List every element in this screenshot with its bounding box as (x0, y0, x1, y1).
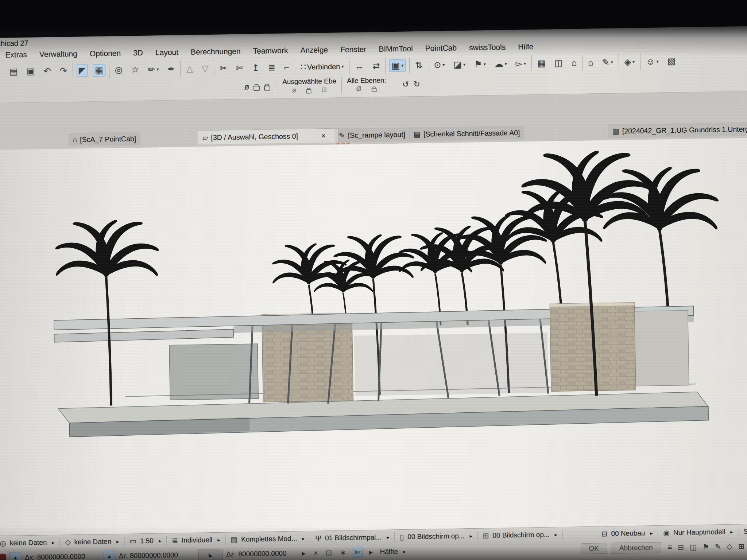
parameter-inject-icon[interactable]: ✒ (166, 63, 177, 75)
minus-box-icon[interactable]: ⊟ (678, 543, 684, 552)
show-hide-eye-icon[interactable]: ø (244, 82, 249, 92)
menu-extras[interactable]: Extras (5, 50, 27, 59)
dropdown-caret-icon[interactable]: ▾ (463, 62, 465, 67)
flyout-arrow-icon[interactable]: ▸ (650, 530, 653, 536)
redo-icon[interactable]: ↷ (58, 65, 69, 77)
dropdown-caret-icon[interactable]: ▾ (611, 60, 613, 65)
menu-bimmtool[interactable]: BIMmTool (379, 44, 413, 53)
statusbar-item-6[interactable]: Ψ01 Bildschirmpal...▸ (315, 533, 389, 542)
hatch-icon[interactable]: ≡ (668, 543, 672, 552)
flyout-arrow-icon[interactable]: ▸ (470, 533, 472, 539)
tab-3[interactable]: ✎[Sc_rampe layout] (334, 127, 410, 142)
x-axis-button[interactable]: ▲ (9, 552, 21, 560)
arrow-tool-icon[interactable]: ◤ (77, 64, 88, 77)
dimension-icon[interactable]: ↔ (353, 60, 365, 72)
menu-swisstools[interactable]: swissTools (469, 43, 506, 52)
cloud-icon[interactable]: ☁▾ (492, 58, 509, 70)
cancel-button[interactable]: Abbrechen (611, 542, 661, 554)
menu-verwaltung[interactable]: Verwaltung (39, 50, 77, 59)
marquee-tool-icon[interactable]: ▦ (93, 64, 105, 77)
tab-4[interactable]: ▤[Schenkel Schnitt/Fassade A0] (409, 125, 525, 141)
statusbar-item-4[interactable]: ≣Individuell▸ (172, 536, 220, 545)
r-axis-button[interactable]: ▲ (103, 551, 115, 560)
tab-2[interactable]: ▱[3D / Auswahl, Geschoss 0]× (198, 128, 339, 144)
solid-cube-icon[interactable]: ◈▾ (622, 56, 636, 68)
delta-x-readout[interactable]: Δx:80000000.0000 (25, 553, 85, 560)
dropdown-caret-icon[interactable]: ▾ (401, 63, 403, 68)
box-option-icon[interactable]: ⊡ (324, 548, 333, 558)
show-all-layers-icon[interactable]: Ø (356, 85, 361, 93)
display-options-icon[interactable]: ▣▾ (389, 59, 406, 72)
next-icon[interactable]: ▽ (200, 63, 210, 74)
flyout-arrow-icon[interactable]: ▸ (387, 534, 389, 540)
tab-5[interactable]: ▥[2024042_GR_1.UG Grundriss 1.Unterges..… (608, 122, 747, 138)
delta-z-readout[interactable]: Δz:80000000.0000 (226, 549, 287, 559)
unlock-icon[interactable] (264, 85, 270, 90)
flyout-arrow-icon[interactable]: ▸ (159, 538, 161, 544)
lock-all-layers-icon[interactable] (371, 88, 376, 92)
tab-close-icon[interactable]: × (321, 132, 326, 140)
menu-pointcab[interactable]: PointCab (425, 43, 457, 52)
dimension-stretch-icon[interactable]: ⇄ (371, 60, 382, 72)
dropdown-caret-icon[interactable]: ▾ (657, 59, 659, 64)
split-icon[interactable]: ✄ (234, 62, 245, 74)
bank-building-icon[interactable]: ▦ (535, 57, 547, 69)
trim-icon[interactable]: ✂ (218, 62, 229, 74)
flyout-arrow-icon[interactable]: ▸ (302, 536, 305, 541)
barn-icon[interactable]: ⌂ (586, 57, 595, 68)
dropdown-caret-icon[interactable]: ▾ (484, 62, 486, 66)
copy-icon[interactable]: ▤ (8, 66, 20, 78)
scissors-active-icon[interactable]: ✄ (353, 547, 363, 558)
statusbar-item-10[interactable]: ◉Nur Hauptmodell▸ (663, 528, 733, 537)
dropdown-caret-icon[interactable]: ▾ (505, 62, 507, 66)
camera-icon[interactable]: ⊙▾ (432, 59, 447, 71)
pen-tools-icon[interactable]: ✎▾ (600, 57, 615, 69)
favorites-icon[interactable]: ☆ (129, 64, 141, 75)
cancel-small-icon[interactable]: × (312, 548, 319, 558)
haelfte-arrow[interactable]: ▸ (403, 549, 406, 555)
plus-box-icon[interactable]: ⊞ (738, 542, 744, 551)
dropdown-caret-icon[interactable]: ▾ (632, 60, 635, 64)
delete-icon[interactable]: × (0, 66, 3, 78)
fillet-icon[interactable]: ⌐ (282, 61, 291, 73)
sparkle-icon[interactable]: ∗ (338, 547, 348, 557)
image-icon[interactable]: ◪▾ (452, 59, 467, 71)
hide-layer-icon[interactable]: ø (292, 86, 296, 94)
menu-3d[interactable]: 3D (133, 48, 143, 57)
previous-icon[interactable]: △ (184, 63, 195, 75)
dropdown-caret-icon[interactable]: ▾ (442, 63, 445, 67)
menu-layout[interactable]: Layout (155, 48, 178, 57)
dropdown-caret-icon[interactable]: ▾ (524, 61, 526, 66)
connect-icon[interactable]: ∷Verbinden▾ (299, 61, 346, 73)
tab-1[interactable]: ⌂[ScA_7 PointCab] (68, 132, 141, 147)
menu-hilfe[interactable]: Hilfe (518, 42, 533, 51)
person-icon[interactable]: ☺▾ (644, 56, 661, 68)
adjust-icon[interactable]: ↥ (250, 62, 262, 74)
menu-fenster[interactable]: Fenster (340, 45, 367, 54)
navigate-arrows-icon[interactable]: ⇅ (413, 59, 425, 71)
flyout-arrow-icon[interactable]: ▸ (52, 540, 54, 545)
statusbar-item-1[interactable]: ◎keine Daten▸ (0, 538, 55, 548)
layer-state-icon[interactable]: ⊡ (321, 86, 327, 94)
flyout-arrow-icon[interactable]: ▸ (730, 529, 733, 535)
statusbar-item-9[interactable]: ⊟00 Neubau▸ (601, 529, 653, 538)
ok-button[interactable]: OK (580, 543, 607, 554)
statusbar-item-3[interactable]: ▭1:50▸ (129, 536, 161, 545)
z-axis-button[interactable]: ◣ (198, 549, 222, 560)
flyout-arrow-icon[interactable]: ▸ (217, 537, 220, 543)
menu-berechnungen[interactable]: Berechnungen (191, 47, 241, 57)
parameter-pickup-icon[interactable]: ✏▾ (146, 63, 161, 75)
flyout-arrow-icon[interactable]: ▸ (367, 547, 374, 557)
markup-flag-icon[interactable]: ⚑▾ (472, 58, 488, 70)
intersect-icon[interactable]: ≣ (266, 62, 278, 73)
menu-anzeige[interactable]: Anzeige (300, 46, 328, 55)
pencil-small-icon[interactable]: ✎ (715, 542, 721, 551)
lock-layer-icon[interactable] (306, 89, 311, 93)
building-icon[interactable]: ◫ (553, 57, 565, 69)
flyout-arrow-icon[interactable]: ▸ (116, 538, 119, 544)
statusbar-item-7[interactable]: ▯00 Bildschirm op...▸ (400, 532, 472, 541)
zoom-select-icon[interactable]: ◎ (113, 64, 124, 76)
lock-icon[interactable] (253, 85, 260, 90)
house-building-icon[interactable]: ⌂ (569, 57, 578, 69)
menu-teamwork[interactable]: Teamwork (253, 46, 288, 56)
